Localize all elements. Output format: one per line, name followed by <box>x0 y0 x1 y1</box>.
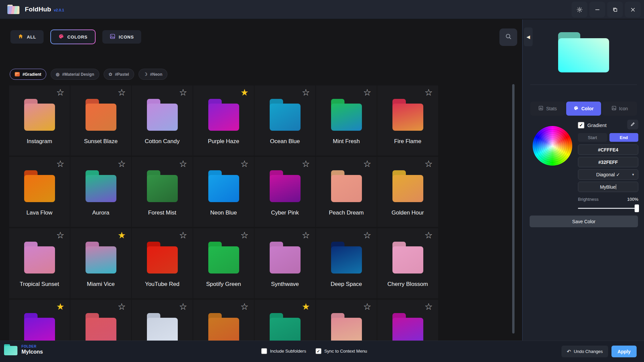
folder-card-youtube-red[interactable]: ☆YouTube Red <box>132 228 193 298</box>
favorite-star-icon[interactable]: ☆ <box>425 88 433 97</box>
tag-chip-gradient[interactable]: #Gradient <box>10 69 46 80</box>
close-button[interactable] <box>625 2 641 17</box>
favorite-star-icon[interactable]: ★ <box>56 302 64 311</box>
footer-checkbox-sync-to-context-menu[interactable]: ✓Sync to Context Menu <box>316 348 367 354</box>
folder-icon <box>86 99 116 131</box>
maximize-button[interactable] <box>607 2 623 17</box>
undo-changes-button[interactable]: ↶ Undo Changes <box>561 346 608 357</box>
folder-card-peach-dream[interactable]: ☆Peach Dream <box>316 157 377 227</box>
end-hex-input[interactable]: #32FEFF <box>578 157 638 167</box>
folder-card-forest-mist[interactable]: ☆Forest Mist <box>132 157 193 227</box>
favorite-star-icon[interactable]: ☆ <box>179 88 187 97</box>
brightness-slider-handle[interactable] <box>635 204 639 212</box>
minimize-button[interactable] <box>589 2 605 17</box>
brightness-slider[interactable] <box>578 208 638 209</box>
favorite-star-icon[interactable]: ☆ <box>56 231 64 240</box>
filter-tab-icons[interactable]: ICONS <box>102 29 142 44</box>
favorite-star-icon[interactable]: ★ <box>302 302 310 311</box>
folder-card-miami-vice[interactable]: ★Miami Vice <box>70 228 131 298</box>
palette-icon <box>58 34 64 40</box>
favorite-star-icon[interactable]: ☆ <box>179 160 187 169</box>
apply-button[interactable]: Apply <box>611 346 637 357</box>
folder-card-ocean-blue[interactable]: ☆Ocean Blue <box>255 85 315 156</box>
filter-tabs: ALLCOLORSICONS <box>10 29 142 44</box>
favorite-star-icon[interactable]: ★ <box>240 88 249 97</box>
folder-card-sunset-blaze[interactable]: ☆Sunset Blaze <box>70 85 131 156</box>
favorite-star-icon[interactable]: ☆ <box>179 302 187 311</box>
folder-preview-icon <box>558 32 609 72</box>
folder-card-synthwave[interactable]: ☆Synthwave <box>255 228 315 298</box>
folder-card-instagram[interactable]: ☆Instagram <box>9 85 70 156</box>
folder-name: Aurora <box>92 209 109 216</box>
folder-card-deep-space[interactable]: ☆Deep Space <box>316 228 377 298</box>
folder-card-cherry-blossom[interactable]: ☆Cherry Blossom <box>377 228 438 298</box>
eyedropper-button[interactable] <box>627 120 638 129</box>
color-name-input[interactable]: MyBlue <box>578 182 638 192</box>
tag-chip-pastel[interactable]: ✿#Pastel <box>104 69 134 80</box>
save-color-button[interactable]: Save Color <box>530 216 638 227</box>
circle-icon: ◍ <box>56 72 59 76</box>
filter-tab-all[interactable]: ALL <box>10 29 44 44</box>
panel-tab-stats[interactable]: Stats <box>530 102 565 116</box>
favorite-star-icon[interactable]: ☆ <box>425 231 433 240</box>
favorite-star-icon[interactable]: ☆ <box>425 160 433 169</box>
folder-card-spotify-green[interactable]: ☆Spotify Green <box>193 228 254 298</box>
favorite-star-icon[interactable]: ☆ <box>118 160 126 169</box>
folder-card-mint-fresh[interactable]: ☆Mint Fresh <box>316 85 377 156</box>
folder-icon <box>147 99 178 131</box>
tag-chip-materialdesign[interactable]: ◍#Material Design <box>51 69 99 80</box>
favorite-star-icon[interactable]: ☆ <box>56 88 64 97</box>
checkbox[interactable]: ✓ <box>316 348 321 354</box>
favorite-star-icon[interactable]: ★ <box>118 231 126 240</box>
folder-icon <box>208 313 239 345</box>
app-title: FoldHub <box>25 6 51 13</box>
favorite-star-icon[interactable]: ☆ <box>240 160 249 169</box>
favorite-star-icon[interactable]: ☆ <box>240 302 249 311</box>
folder-card-neon-blue[interactable]: ☆Neon Blue <box>193 157 254 227</box>
favorite-star-icon[interactable]: ☆ <box>118 302 126 311</box>
gradient-end-button[interactable]: End <box>609 133 639 142</box>
favorite-star-icon[interactable]: ☆ <box>363 231 371 240</box>
folder-card-cotton-candy[interactable]: ☆Cotton Candy <box>132 85 193 156</box>
tag-chip-neon[interactable]: ☽#Neon <box>139 69 167 80</box>
panel-tab-icon[interactable]: Icon <box>602 102 637 116</box>
favorite-star-icon[interactable]: ☆ <box>56 160 64 169</box>
search-button[interactable] <box>499 28 517 46</box>
favorite-star-icon[interactable]: ☆ <box>363 88 371 97</box>
favorite-star-icon[interactable]: ☆ <box>363 160 371 169</box>
favorite-star-icon[interactable]: ☆ <box>179 231 187 240</box>
folder-name: Miami Vice <box>87 281 115 288</box>
checkbox[interactable]: ✓ <box>261 348 267 354</box>
start-hex-input[interactable]: #CFFFE4 <box>578 144 638 155</box>
filter-tab-colors[interactable]: COLORS <box>50 29 96 44</box>
folder-icon <box>208 242 239 274</box>
gradient-checkbox[interactable]: ✓ <box>578 122 584 128</box>
vertical-scrollbar[interactable] <box>512 84 515 334</box>
panel-tab-label: Color <box>581 106 594 111</box>
panel-tab-color[interactable]: Color <box>566 102 601 116</box>
panel-tab-label: Stats <box>546 106 557 111</box>
folder-card-fire-flame[interactable]: ☆Fire Flame <box>377 85 438 156</box>
favorite-star-icon[interactable]: ☆ <box>118 88 126 97</box>
settings-button[interactable] <box>572 2 587 17</box>
folder-name: Mint Fresh <box>333 138 360 145</box>
favorite-star-icon[interactable]: ☆ <box>302 88 310 97</box>
favorite-star-icon[interactable]: ☆ <box>302 160 310 169</box>
favorite-star-icon[interactable]: ☆ <box>302 231 310 240</box>
favorite-star-icon[interactable]: ☆ <box>363 302 371 311</box>
footer-checkbox-include-subfolders[interactable]: ✓Include Subfolders <box>261 348 306 354</box>
tag-chip-label: #Gradient <box>22 72 41 77</box>
folder-card-cyber-pink[interactable]: ☆Cyber Pink <box>255 157 315 227</box>
folder-icon <box>270 242 301 274</box>
folder-card-purple-haze[interactable]: ★Purple Haze <box>193 85 254 156</box>
favorite-star-icon[interactable]: ☆ <box>425 302 433 311</box>
favorite-star-icon[interactable]: ☆ <box>240 231 249 240</box>
color-wheel[interactable] <box>533 126 572 166</box>
folder-card-aurora[interactable]: ☆Aurora <box>70 157 131 227</box>
folder-card-tropical-sunset[interactable]: ☆Tropical Sunset <box>9 228 70 298</box>
panel-collapse-button[interactable]: ◀ <box>524 27 533 46</box>
folder-card-lava-flow[interactable]: ☆Lava Flow <box>9 157 70 227</box>
folder-card-golden-hour[interactable]: ☆Golden Hour <box>377 157 438 227</box>
gradient-start-button[interactable]: Start <box>578 133 607 142</box>
direction-dropdown[interactable]: Diagonal ✓ ▼ <box>578 169 638 180</box>
